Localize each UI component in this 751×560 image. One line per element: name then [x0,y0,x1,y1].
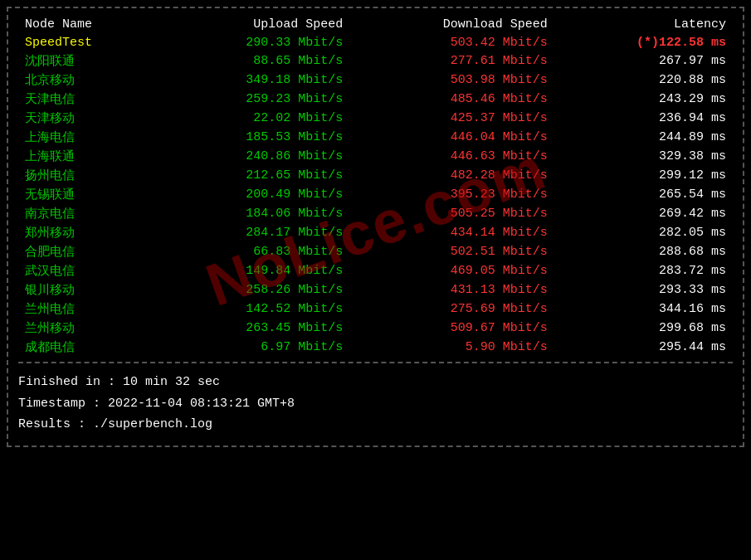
cell-latency: 244.89 ms [554,128,733,147]
cell-download: 503.98 Mbit/s [349,71,553,90]
cell-node-name: 天津移动 [18,109,158,128]
cell-upload: 212.65 Mbit/s [158,166,349,185]
cell-upload: 290.33 Mbit/s [158,34,349,51]
cell-upload: 258.26 Mbit/s [158,280,349,299]
cell-latency: 267.97 ms [554,51,733,71]
cell-latency: 293.33 ms [554,280,733,299]
cell-download: 277.61 Mbit/s [349,51,553,71]
cell-latency: 265.54 ms [554,185,733,204]
cell-node-name: 上海联通 [18,147,158,166]
table-row: 天津电信259.23 Mbit/s485.46 Mbit/s243.29 ms [18,90,733,109]
cell-upload: 259.23 Mbit/s [158,90,349,109]
table-row: 兰州电信142.52 Mbit/s275.69 Mbit/s344.16 ms [18,299,733,319]
cell-latency: 243.29 ms [554,90,733,109]
cell-node-name: 沈阳联通 [18,51,158,71]
table-row: 沈阳联通88.65 Mbit/s277.61 Mbit/s267.97 ms [18,51,733,71]
cell-upload: 240.86 Mbit/s [158,147,349,166]
table-row: 扬州电信212.65 Mbit/s482.28 Mbit/s299.12 ms [18,166,733,185]
cell-download: 425.37 Mbit/s [349,109,553,128]
cell-latency: 283.72 ms [554,261,733,280]
cell-node-name: 成都电信 [18,338,158,357]
footer-timestamp: Timestamp : 2022-11-04 08:13:21 GMT+8 [18,393,733,415]
timestamp-label: Timestamp [18,397,85,411]
cell-download: 275.69 Mbit/s [349,299,553,319]
cell-latency: 269.42 ms [554,204,733,223]
table-row: 郑州移动284.17 Mbit/s434.14 Mbit/s282.05 ms [18,223,733,242]
cell-node-name: 银川移动 [18,280,158,299]
cell-download: 446.63 Mbit/s [349,147,553,166]
cell-upload: 184.06 Mbit/s [158,204,349,223]
cell-upload: 149.84 Mbit/s [158,261,349,280]
cell-node-name: 扬州电信 [18,166,158,185]
cell-download: 502.51 Mbit/s [349,242,553,261]
cell-download: 485.46 Mbit/s [349,90,553,109]
cell-download: 469.05 Mbit/s [349,261,553,280]
cell-node-name: 无锡联通 [18,185,158,204]
cell-node-name: 兰州移动 [18,319,158,338]
table-row: 合肥电信66.83 Mbit/s502.51 Mbit/s288.68 ms [18,242,733,261]
table-row: 武汉电信149.84 Mbit/s469.05 Mbit/s283.72 ms [18,261,733,280]
cell-latency: 288.68 ms [554,242,733,261]
cell-latency: 329.38 ms [554,147,733,166]
finished-value: : 10 min 32 sec [108,375,220,389]
cell-node-name: 武汉电信 [18,261,158,280]
table-row: 无锡联通200.49 Mbit/s395.23 Mbit/s265.54 ms [18,185,733,204]
cell-latency: 344.16 ms [554,299,733,319]
cell-upload: 88.65 Mbit/s [158,51,349,71]
cell-download: 431.13 Mbit/s [349,280,553,299]
cell-node-name: 天津电信 [18,90,158,109]
timestamp-value: : 2022-11-04 08:13:21 GMT+8 [93,397,295,411]
cell-upload: 22.02 Mbit/s [158,109,349,128]
cell-node-name: 上海电信 [18,128,158,147]
cell-download: 505.25 Mbit/s [349,204,553,223]
cell-upload: 6.97 Mbit/s [158,338,349,357]
cell-download: 434.14 Mbit/s [349,223,553,242]
main-container: NoLice.com Node Name Upload Speed Downlo… [7,7,744,447]
table-row: SpeedTest290.33 Mbit/s503.42 Mbit/s(*)12… [18,34,733,51]
cell-node-name: 南京电信 [18,204,158,223]
results-label: Results [18,417,71,431]
cell-node-name: 北京移动 [18,71,158,90]
cell-upload: 66.83 Mbit/s [158,242,349,261]
cell-upload: 349.18 Mbit/s [158,71,349,90]
cell-download: 503.42 Mbit/s [349,34,553,51]
cell-node-name: SpeedTest [18,34,158,51]
cell-upload: 200.49 Mbit/s [158,185,349,204]
col-header-upload: Upload Speed [158,15,349,34]
speed-table: Node Name Upload Speed Download Speed La… [18,15,733,357]
cell-download: 509.67 Mbit/s [349,319,553,338]
cell-upload: 142.52 Mbit/s [158,299,349,319]
table-row: 成都电信6.97 Mbit/s5.90 Mbit/s295.44 ms [18,338,733,357]
cell-download: 482.28 Mbit/s [349,166,553,185]
cell-latency: (*)122.58 ms [554,34,733,51]
table-row: 南京电信184.06 Mbit/s505.25 Mbit/s269.42 ms [18,204,733,223]
cell-node-name: 兰州电信 [18,299,158,319]
table-row: 上海联通240.86 Mbit/s446.63 Mbit/s329.38 ms [18,147,733,166]
cell-latency: 295.44 ms [554,338,733,357]
cell-upload: 284.17 Mbit/s [158,223,349,242]
cell-latency: 282.05 ms [554,223,733,242]
footer-finished: Finished in : 10 min 32 sec [18,372,733,393]
footer-results: Results : ./superbench.log [18,414,733,436]
results-value: : ./superbench.log [78,417,212,431]
cell-upload: 263.45 Mbit/s [158,319,349,338]
cell-latency: 299.12 ms [554,166,733,185]
col-header-node: Node Name [18,15,158,34]
table-row: 银川移动258.26 Mbit/s431.13 Mbit/s293.33 ms [18,280,733,299]
cell-node-name: 郑州移动 [18,223,158,242]
table-row: 兰州移动263.45 Mbit/s509.67 Mbit/s299.68 ms [18,319,733,338]
footer: Finished in : 10 min 32 sec Timestamp : … [18,368,733,439]
cell-latency: 299.68 ms [554,319,733,338]
cell-node-name: 合肥电信 [18,242,158,261]
cell-download: 446.04 Mbit/s [349,128,553,147]
table-row: 北京移动349.18 Mbit/s503.98 Mbit/s220.88 ms [18,71,733,90]
divider-bottom [18,362,733,363]
table-row: 天津移动22.02 Mbit/s425.37 Mbit/s236.94 ms [18,109,733,128]
col-header-latency: Latency [554,15,733,34]
table-row: 上海电信185.53 Mbit/s446.04 Mbit/s244.89 ms [18,128,733,147]
cell-download: 395.23 Mbit/s [349,185,553,204]
cell-upload: 185.53 Mbit/s [158,128,349,147]
cell-latency: 220.88 ms [554,71,733,90]
finished-label: Finished in [18,375,100,389]
cell-latency: 236.94 ms [554,109,733,128]
